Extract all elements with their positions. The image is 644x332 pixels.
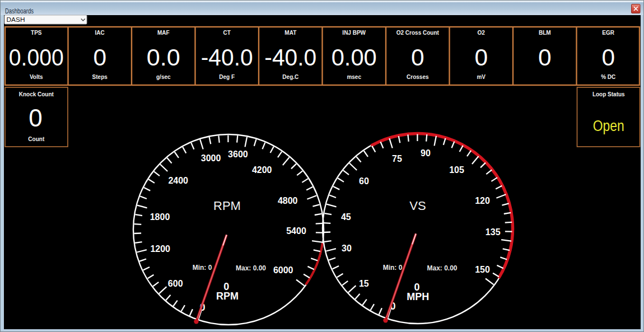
svg-text:1800: 1800	[150, 212, 170, 222]
svg-text:Max: 0.00: Max: 0.00	[427, 264, 457, 272]
svg-text:O2: O2	[478, 30, 486, 36]
svg-text:0.00: 0.00	[332, 44, 377, 71]
svg-text:msec: msec	[347, 74, 361, 80]
svg-text:5400: 5400	[286, 226, 306, 236]
svg-text:Crosses: Crosses	[407, 74, 429, 80]
svg-text:RPM: RPM	[216, 291, 239, 302]
svg-text:% DC: % DC	[601, 74, 615, 80]
svg-text:Min: 0: Min: 0	[193, 264, 212, 272]
svg-text:1200: 1200	[150, 244, 170, 254]
svg-text:0: 0	[538, 44, 552, 71]
svg-text:75: 75	[392, 154, 402, 163]
svg-text:-40.0: -40.0	[201, 44, 253, 71]
svg-text:0.0: 0.0	[147, 44, 180, 71]
svg-text:MPH: MPH	[407, 291, 429, 302]
svg-text:Steps: Steps	[92, 74, 108, 80]
svg-text:O2 Cross Count: O2 Cross Count	[396, 30, 440, 36]
svg-text:120: 120	[475, 196, 490, 205]
svg-text:IAC: IAC	[95, 30, 105, 36]
svg-text:Count: Count	[28, 136, 45, 142]
svg-text:Dashboards: Dashboards	[5, 7, 34, 15]
svg-text:BLM: BLM	[539, 30, 551, 36]
svg-text:0: 0	[29, 104, 42, 132]
svg-text:3000: 3000	[201, 153, 221, 163]
svg-text:TPS: TPS	[31, 30, 42, 36]
svg-text:MAF: MAF	[157, 30, 170, 36]
svg-text:Knock Count: Knock Count	[19, 91, 54, 97]
svg-text:mV: mV	[477, 74, 486, 80]
svg-text:Open: Open	[593, 118, 624, 134]
svg-text:0: 0	[93, 44, 106, 71]
svg-text:6000: 6000	[273, 265, 293, 275]
svg-text:0: 0	[474, 44, 488, 71]
svg-text:4800: 4800	[278, 196, 298, 205]
svg-text:150: 150	[475, 265, 490, 274]
svg-text:INJ BPW: INJ BPW	[342, 30, 366, 36]
svg-text:Min: 0: Min: 0	[383, 264, 403, 272]
svg-text:MAT: MAT	[284, 30, 296, 36]
svg-text:45: 45	[341, 212, 351, 222]
svg-text:EGR: EGR	[602, 30, 614, 36]
svg-text:Deg F: Deg F	[219, 74, 235, 80]
svg-text:3600: 3600	[228, 149, 248, 159]
svg-text:Max: 0.00: Max: 0.00	[236, 264, 266, 272]
svg-text:-40.0: -40.0	[264, 44, 316, 71]
svg-text:30: 30	[342, 244, 352, 253]
svg-text:105: 105	[449, 165, 464, 175]
svg-text:4200: 4200	[252, 165, 272, 175]
svg-text:RPM: RPM	[213, 199, 241, 213]
svg-text:2400: 2400	[168, 176, 188, 185]
svg-text:VS: VS	[409, 199, 426, 213]
svg-text:15: 15	[359, 279, 369, 288]
svg-text:0: 0	[601, 44, 615, 71]
svg-text:Loop Status: Loop Status	[592, 91, 625, 97]
svg-text:0.000: 0.000	[9, 44, 64, 71]
svg-text:60: 60	[359, 176, 369, 186]
svg-text:Volts: Volts	[30, 74, 43, 80]
svg-text:600: 600	[168, 279, 183, 288]
svg-text:90: 90	[421, 148, 431, 158]
svg-text:g/sec: g/sec	[156, 74, 171, 80]
svg-text:0: 0	[411, 44, 424, 71]
svg-text:135: 135	[486, 227, 501, 237]
svg-text:DASH: DASH	[7, 17, 25, 23]
svg-text:CT: CT	[223, 30, 231, 36]
svg-text:Deg.C: Deg.C	[282, 74, 298, 80]
